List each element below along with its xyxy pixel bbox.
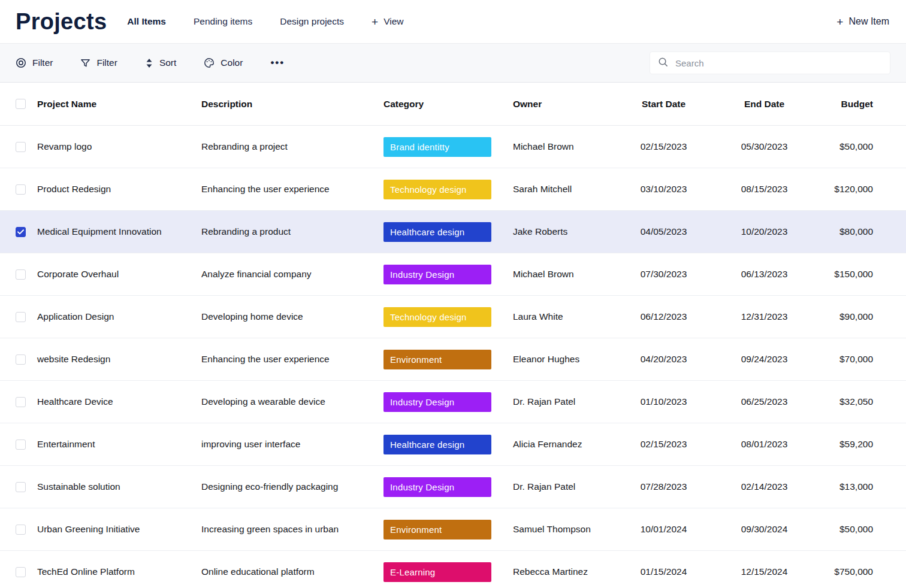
owner-cell[interactable]: Alicia Fernandez xyxy=(513,439,623,450)
project-name-cell[interactable]: Medical Equipment Innovation xyxy=(37,226,201,237)
budget-cell[interactable]: $13,000 xyxy=(825,481,906,492)
new-item-button[interactable]: + New Item xyxy=(836,16,889,28)
description-cell[interactable]: Analyze financial company xyxy=(201,269,383,280)
description-cell[interactable]: Developing a wearable device xyxy=(201,396,383,407)
category-badge[interactable]: Industry Design xyxy=(383,265,491,284)
select-all-checkbox[interactable] xyxy=(16,99,26,109)
column-header-start-date[interactable]: Start Date xyxy=(623,99,704,110)
start-date-cell[interactable]: 06/12/2023 xyxy=(623,311,704,322)
table-row[interactable]: TechEd Online PlatformOnline educational… xyxy=(0,551,906,588)
table-row[interactable]: Urban Greening InitiativeIncreasing gree… xyxy=(0,508,906,551)
tab-all-items[interactable]: All Items xyxy=(127,16,166,27)
owner-cell[interactable]: Jake Roberts xyxy=(513,226,623,237)
filter-button[interactable]: Filter xyxy=(80,57,117,68)
owner-cell[interactable]: Michael Brown xyxy=(513,141,623,152)
category-badge[interactable]: Technology design xyxy=(383,180,491,199)
row-checkbox[interactable] xyxy=(16,440,26,450)
color-button[interactable]: Color xyxy=(204,57,243,68)
start-date-cell[interactable]: 02/15/2023 xyxy=(623,141,704,152)
project-name-cell[interactable]: TechEd Online Platform xyxy=(37,566,201,577)
table-row[interactable]: Sustainable solutionDesigning eco-friend… xyxy=(0,466,906,508)
category-badge[interactable]: Environment xyxy=(383,520,491,539)
start-date-cell[interactable]: 03/10/2023 xyxy=(623,184,704,195)
sort-button[interactable]: Sort xyxy=(145,57,176,68)
owner-cell[interactable]: Sarah Mitchell xyxy=(513,184,623,195)
table-row[interactable]: Healthcare DeviceDeveloping a wearable d… xyxy=(0,381,906,423)
project-name-cell[interactable]: Corporate Overhaul xyxy=(37,269,201,280)
search-box[interactable] xyxy=(650,51,890,74)
end-date-cell[interactable]: 12/15/2024 xyxy=(704,566,825,577)
search-input[interactable] xyxy=(674,57,882,69)
end-date-cell[interactable]: 12/31/2023 xyxy=(704,311,825,322)
description-cell[interactable]: Rebranding a product xyxy=(201,226,383,237)
description-cell[interactable]: Designing eco-friendly packaging xyxy=(201,481,383,492)
owner-cell[interactable]: Dr. Rajan Patel xyxy=(513,481,623,492)
category-badge[interactable]: Healthcare design xyxy=(383,222,491,242)
table-row[interactable]: Medical Equipment InnovationRebranding a… xyxy=(0,211,906,253)
description-cell[interactable]: Developing home device xyxy=(201,311,383,322)
description-cell[interactable]: Enhancing the user experience xyxy=(201,354,383,365)
project-name-cell[interactable]: Product Redesign xyxy=(37,184,201,195)
row-checkbox[interactable] xyxy=(16,482,26,492)
description-cell[interactable]: Enhancing the user experience xyxy=(201,184,383,195)
column-header-budget[interactable]: Budget xyxy=(825,99,906,110)
end-date-cell[interactable]: 08/01/2023 xyxy=(704,439,825,450)
project-name-cell[interactable]: Revamp logo xyxy=(37,141,201,152)
end-date-cell[interactable]: 08/15/2023 xyxy=(704,184,825,195)
description-cell[interactable]: Online educational platform xyxy=(201,566,383,577)
row-checkbox[interactable] xyxy=(16,397,26,407)
project-name-cell[interactable]: Sustainable solution xyxy=(37,481,201,492)
budget-cell[interactable]: $80,000 xyxy=(825,226,906,237)
description-cell[interactable]: Rebranding a project xyxy=(201,141,383,152)
column-header-project-name[interactable]: Project Name xyxy=(37,99,201,110)
category-badge[interactable]: Healthcare design xyxy=(383,435,491,454)
tab-pending-items[interactable]: Pending items xyxy=(194,16,252,27)
column-header-category[interactable]: Category xyxy=(383,99,513,110)
table-row[interactable]: Corporate OverhaulAnalyze financial comp… xyxy=(0,253,906,296)
budget-cell[interactable]: $120,000 xyxy=(825,184,906,195)
description-cell[interactable]: improving user interface xyxy=(201,439,383,450)
budget-cell[interactable]: $32,050 xyxy=(825,396,906,407)
start-date-cell[interactable]: 10/01/2024 xyxy=(623,524,704,535)
project-name-cell[interactable]: Healthcare Device xyxy=(37,396,201,407)
table-row[interactable]: Application DesignDeveloping home device… xyxy=(0,296,906,338)
end-date-cell[interactable]: 02/14/2023 xyxy=(704,481,825,492)
table-row[interactable]: website RedesignEnhancing the user exper… xyxy=(0,338,906,381)
column-header-description[interactable]: Description xyxy=(201,99,383,110)
budget-cell[interactable]: $150,000 xyxy=(825,269,906,280)
start-date-cell[interactable]: 01/10/2023 xyxy=(623,396,704,407)
end-date-cell[interactable]: 06/13/2023 xyxy=(704,269,825,280)
budget-cell[interactable]: $50,000 xyxy=(825,524,906,535)
start-date-cell[interactable]: 04/05/2023 xyxy=(623,226,704,237)
row-checkbox-checked[interactable] xyxy=(16,227,26,237)
column-header-owner[interactable]: Owner xyxy=(513,99,623,110)
table-row[interactable]: Revamp logoRebranding a projectBrand ide… xyxy=(0,126,906,168)
project-name-cell[interactable]: Application Design xyxy=(37,311,201,322)
budget-cell[interactable]: $750,000 xyxy=(825,566,906,577)
owner-cell[interactable]: Laura White xyxy=(513,311,623,322)
owner-cell[interactable]: Samuel Thompson xyxy=(513,524,623,535)
owner-cell[interactable]: Michael Brown xyxy=(513,269,623,280)
row-checkbox[interactable] xyxy=(16,525,26,535)
table-row[interactable]: Entertainmentimproving user interfaceHea… xyxy=(0,423,906,466)
category-badge[interactable]: Industry Design xyxy=(383,392,491,412)
start-date-cell[interactable]: 02/15/2023 xyxy=(623,439,704,450)
hide-fields-filter-button[interactable]: Filter xyxy=(16,57,53,68)
category-badge[interactable]: E-Learning xyxy=(383,562,491,582)
start-date-cell[interactable]: 07/28/2023 xyxy=(623,481,704,492)
category-badge[interactable]: Environment xyxy=(383,350,491,369)
more-options-button[interactable]: ••• xyxy=(270,57,285,69)
budget-cell[interactable]: $70,000 xyxy=(825,354,906,365)
row-checkbox[interactable] xyxy=(16,269,26,280)
start-date-cell[interactable]: 04/20/2023 xyxy=(623,354,704,365)
end-date-cell[interactable]: 06/25/2023 xyxy=(704,396,825,407)
budget-cell[interactable]: $90,000 xyxy=(825,311,906,322)
row-checkbox[interactable] xyxy=(16,312,26,322)
start-date-cell[interactable]: 07/30/2023 xyxy=(623,269,704,280)
budget-cell[interactable]: $50,000 xyxy=(825,141,906,152)
project-name-cell[interactable]: Entertainment xyxy=(37,439,201,450)
project-name-cell[interactable]: website Redesign xyxy=(37,354,201,365)
row-checkbox[interactable] xyxy=(16,567,26,577)
owner-cell[interactable]: Dr. Rajan Patel xyxy=(513,396,623,407)
budget-cell[interactable]: $59,200 xyxy=(825,439,906,450)
